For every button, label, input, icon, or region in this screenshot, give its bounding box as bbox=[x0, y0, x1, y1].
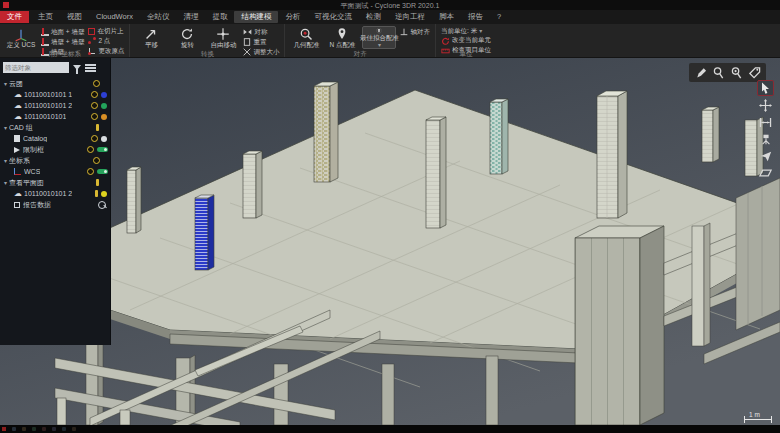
color-swatch[interactable] bbox=[101, 136, 107, 142]
annotation-toolbar bbox=[689, 63, 766, 82]
reposition-button[interactable]: 重置 bbox=[243, 38, 279, 46]
visibility-eye-icon[interactable] bbox=[91, 113, 98, 120]
visibility-eye-icon[interactable] bbox=[93, 80, 100, 87]
highlight-bulb-icon[interactable] bbox=[96, 179, 99, 186]
tab-cloudworx[interactable]: CloudWorx bbox=[89, 11, 140, 23]
slice-plane-button[interactable] bbox=[757, 165, 774, 181]
visibility-eye-icon[interactable] bbox=[87, 146, 94, 153]
visibility-eye-icon[interactable] bbox=[93, 157, 100, 164]
toggle-on-icon[interactable] bbox=[97, 147, 108, 152]
current-unit-dropdown[interactable]: 当前单位: 米 ▾ bbox=[441, 28, 491, 35]
viewport-3d[interactable] bbox=[0, 58, 780, 425]
ground-wall-icon bbox=[41, 28, 49, 36]
menu-icon[interactable] bbox=[85, 64, 96, 72]
caret-icon: ▾ bbox=[4, 80, 7, 87]
station-view-button[interactable] bbox=[757, 131, 774, 147]
tab-script[interactable]: 脚本 bbox=[432, 11, 461, 23]
pan-tool-button[interactable] bbox=[757, 97, 774, 113]
n-points-registration-button[interactable]: N 点配准 bbox=[326, 26, 358, 49]
tree-item-cloud-3[interactable]: ☁ 10110010101 bbox=[0, 111, 110, 122]
tree-item-cloud-plan[interactable]: ☁ 10110010101 2 bbox=[0, 188, 110, 199]
ucs-on-slice-button[interactable]: 在切片上 bbox=[88, 28, 124, 35]
highlight-bulb-icon[interactable] bbox=[96, 124, 99, 131]
tab-help[interactable]: ? bbox=[490, 11, 508, 23]
color-swatch[interactable] bbox=[101, 191, 107, 197]
tree-group-cad[interactable]: ▾ CAD 组 bbox=[0, 122, 110, 133]
tab-inspection[interactable]: 检测 bbox=[359, 11, 388, 23]
color-swatch[interactable] bbox=[101, 92, 107, 98]
magnifier-icon[interactable] bbox=[98, 201, 106, 209]
define-ucs-button[interactable]: 定义 UCS bbox=[5, 26, 37, 49]
column-6-large bbox=[597, 91, 627, 218]
fly-tool-button[interactable] bbox=[757, 148, 774, 164]
ribbon-tab-bar: 文件 主页 视图 CloudWorx 全站仪 清理 提取 结构建模 分析 可视化… bbox=[0, 10, 780, 24]
highlight-bulb-icon[interactable] bbox=[95, 190, 98, 197]
visibility-eye-icon[interactable] bbox=[87, 168, 94, 175]
column-small-left bbox=[127, 167, 141, 233]
change-current-unit-button[interactable]: 改变当前单元 bbox=[441, 37, 491, 45]
tree-group-clouds[interactable]: ▾ 云团 bbox=[0, 78, 110, 89]
cloud-icon: ☁ bbox=[14, 113, 22, 121]
toggle-on-icon[interactable] bbox=[97, 169, 108, 174]
core-wall[interactable] bbox=[575, 226, 664, 425]
tab-visual-communication[interactable]: 可视化交流 bbox=[307, 11, 359, 23]
report-box-icon bbox=[14, 202, 20, 208]
distance-tool-button[interactable] bbox=[757, 114, 774, 130]
rotate-button[interactable]: 旋转 bbox=[171, 26, 203, 49]
tab-home[interactable]: 主页 bbox=[31, 11, 60, 23]
label-tag-button[interactable] bbox=[747, 65, 762, 80]
move-arrows-icon bbox=[759, 99, 772, 112]
color-swatch[interactable] bbox=[101, 103, 107, 109]
annotate-pin-icon bbox=[730, 66, 743, 79]
ucs-ground-wall-button[interactable]: 地面 + 墙壁 bbox=[41, 28, 84, 36]
geometry-registration-button[interactable]: 几何配准 bbox=[290, 26, 322, 49]
visibility-eye-icon[interactable] bbox=[91, 102, 98, 109]
chevron-down-icon: ▾ bbox=[378, 42, 381, 48]
object-tree: ▾ 云团 ☁ 10110010101 1 ☁ 10110010101 2 ☁ 1… bbox=[0, 78, 110, 210]
visibility-eye-icon[interactable] bbox=[91, 135, 98, 142]
measure-pencil-button[interactable] bbox=[693, 65, 708, 80]
filter-objects-input[interactable] bbox=[3, 62, 69, 73]
ucs-2-points-button[interactable]: 2 点 bbox=[88, 37, 124, 45]
tab-reverse-engineering[interactable]: 逆向工程 bbox=[388, 11, 432, 23]
slice-icon bbox=[88, 28, 95, 35]
change-unit-icon bbox=[441, 37, 450, 45]
quick-measure-button[interactable] bbox=[711, 65, 726, 80]
quick-annotate-button[interactable] bbox=[729, 65, 744, 80]
plane-icon bbox=[759, 168, 772, 178]
column-2 bbox=[243, 151, 262, 218]
translate-button[interactable]: 平移 bbox=[135, 26, 167, 49]
geometry-registration-icon bbox=[298, 27, 314, 41]
tree-item-wcs[interactable]: WCS bbox=[0, 166, 110, 177]
tree-item-catalog[interactable]: Catalog bbox=[0, 133, 110, 144]
ribbon: 定义 UCS 地面 + 墙壁 墙壁 + 墙壁 墙壁 在切片上 bbox=[0, 24, 780, 58]
tree-item-cloud-2[interactable]: ☁ 10110010101 2 bbox=[0, 100, 110, 111]
tree-item-report-data[interactable]: 报告数据 bbox=[0, 199, 110, 210]
color-swatch[interactable] bbox=[101, 114, 107, 120]
axis-icon bbox=[14, 168, 21, 175]
tree-group-coordinate-systems[interactable]: ▾ 坐标系 bbox=[0, 155, 110, 166]
ucs-wall-wall-button[interactable]: 墙壁 + 墙壁 bbox=[41, 38, 84, 46]
tab-surveying[interactable]: 全站仪 bbox=[140, 11, 177, 23]
tree-group-view-plans[interactable]: ▾ 查看平面图 bbox=[0, 177, 110, 188]
total-station-icon bbox=[760, 133, 772, 145]
best-fit-registration-button[interactable]: 最佳拟合配准 ▾ bbox=[362, 26, 396, 49]
tab-analysis[interactable]: 分析 bbox=[278, 11, 307, 23]
symmetry-icon bbox=[243, 28, 252, 36]
tab-extract[interactable]: 提取 bbox=[205, 11, 234, 23]
tab-report[interactable]: 报告 bbox=[461, 11, 490, 23]
tab-cleaning[interactable]: 清理 bbox=[176, 11, 205, 23]
axis-align-button[interactable]: 轴对齐 bbox=[400, 28, 430, 36]
tree-item-cloud-1[interactable]: ☁ 10110010101 1 bbox=[0, 89, 110, 100]
tab-structure-modeling[interactable]: 结构建模 bbox=[234, 11, 278, 23]
filter-icon[interactable] bbox=[73, 65, 81, 70]
visibility-eye-icon[interactable] bbox=[91, 91, 98, 98]
select-tool-button[interactable] bbox=[757, 80, 774, 96]
tree-item-limit-box[interactable]: 限制框 bbox=[0, 144, 110, 155]
caret-icon: ▾ bbox=[4, 157, 7, 164]
axis-align-icon bbox=[400, 28, 408, 36]
symmetry-button[interactable]: 对称 bbox=[243, 28, 279, 36]
tab-view[interactable]: 视图 bbox=[60, 11, 89, 23]
tab-file[interactable]: 文件 bbox=[0, 11, 29, 23]
free-move-button[interactable]: 自由移动 bbox=[207, 26, 239, 49]
